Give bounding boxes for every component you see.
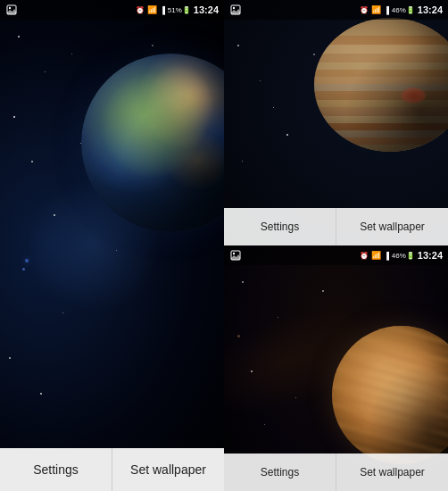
status-bar-bottom-right: ⏰ 📶 ▐ 46%🔋 13:24 bbox=[224, 246, 448, 265]
svg-point-3 bbox=[233, 7, 235, 9]
status-time-left: 13:24 bbox=[194, 4, 219, 15]
svg-point-1 bbox=[9, 7, 11, 9]
bottom-buttons-bottom-right: Settings Set wallpaper bbox=[224, 454, 448, 491]
status-bar-top-right: ⏰ 📶 ▐ 46%🔋 13:24 bbox=[224, 0, 448, 20]
bottom-buttons-left: Settings Set wallpaper bbox=[0, 448, 224, 491]
settings-button-tr[interactable]: Settings bbox=[224, 208, 336, 246]
settings-button-left[interactable]: Settings bbox=[0, 448, 112, 491]
status-time-br: 13:24 bbox=[418, 250, 443, 261]
status-right-icons-br: ⏰ 📶 ▐ 46%🔋 13:24 bbox=[360, 250, 443, 261]
wallpaper-icon-br bbox=[229, 249, 242, 262]
status-icons-tr bbox=[229, 4, 242, 16]
jupiter-red-spot bbox=[401, 87, 426, 104]
left-panel: ⏰ 📶 ▐ 51%🔋 13:24 Settings Set wallpaper bbox=[0, 0, 224, 491]
settings-button-br[interactable]: Settings bbox=[224, 454, 336, 491]
wallpaper-icon-tr bbox=[229, 4, 242, 16]
status-right-icons-tr: ⏰ 📶 ▐ 46%🔋 13:24 bbox=[360, 4, 443, 15]
set-wallpaper-button-tr[interactable]: Set wallpaper bbox=[336, 208, 448, 246]
status-icons-br bbox=[229, 249, 242, 262]
status-icons-left bbox=[5, 4, 18, 16]
status-time-tr: 13:24 bbox=[418, 4, 443, 15]
set-wallpaper-button-br[interactable]: Set wallpaper bbox=[336, 454, 448, 491]
top-right-panel: ⏰ 📶 ▐ 46%🔋 13:24 Settings Set wallpaper bbox=[224, 0, 448, 246]
bottom-right-panel: ⏰ 📶 ▐ 46%🔋 13:24 Settings Set wallpaper bbox=[224, 246, 448, 491]
status-bar-left: ⏰ 📶 ▐ 51%🔋 13:24 bbox=[0, 0, 224, 20]
status-right-icons-left: ⏰ 📶 ▐ 51%🔋 13:24 bbox=[136, 4, 219, 15]
right-panel: ⏰ 📶 ▐ 46%🔋 13:24 Settings Set wallpaper bbox=[224, 0, 448, 491]
wallpaper-icon bbox=[5, 4, 18, 16]
bottom-buttons-top-right: Settings Set wallpaper bbox=[224, 208, 448, 246]
svg-point-5 bbox=[233, 253, 235, 254]
set-wallpaper-button-left[interactable]: Set wallpaper bbox=[112, 448, 224, 491]
